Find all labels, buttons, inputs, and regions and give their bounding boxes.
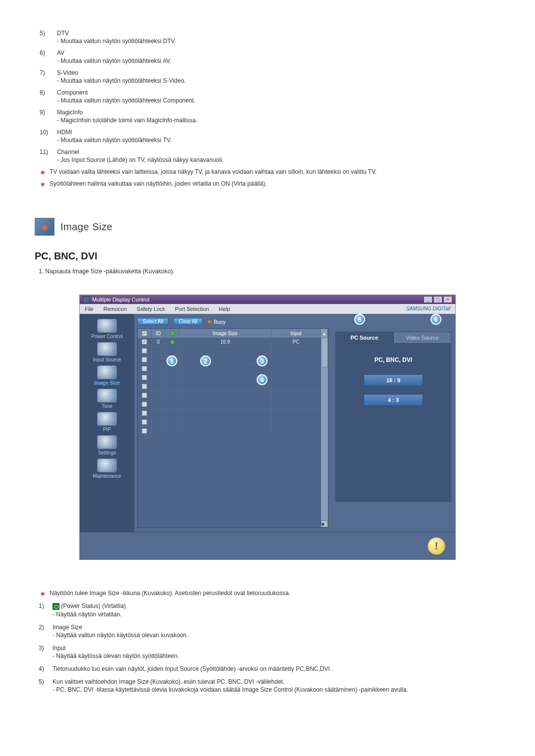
list-item: 3) Input - Näyttää käytössä olevan näytö… [39,645,500,660]
list-title: Kun valitset vaihtoehdon Image Size (Kuv… [53,678,500,685]
scrollbar[interactable]: ▾ [321,338,328,527]
close-button[interactable]: × [443,296,452,303]
list-desc: - Muuttaa valitun näytön syöttölähteeksi… [57,38,500,45]
sidebar-item-maintenance[interactable]: Maintenance [82,458,132,479]
pip-icon [97,412,117,426]
list-title: Tietoruudukko tuo esiin vain näytöt, joi… [53,665,500,672]
status-dot-icon [170,340,175,345]
list-desc: - Muuttaa valitun näytön syöttölähteeksi… [57,57,500,64]
row-checkbox[interactable] [142,348,147,353]
row-checkbox[interactable] [142,357,147,362]
list-title-text: (Power Status) (Virtatila) [61,603,125,609]
list-item: 1) (Power Status) (Virtatila) - Näyttää … [39,603,500,619]
info-icon[interactable]: ! [428,537,445,555]
row-checkbox[interactable] [142,366,147,371]
note-star: ★ TV voidaan valita lähteeksi vain laitt… [40,168,500,176]
menu-file[interactable]: File [80,305,99,313]
panel-label: PC, BNC, DVI [374,353,412,366]
image-size-panel: PC, BNC, DVI 16 : 9 4 : 3 [335,344,451,502]
sidebar-item-pip[interactable]: PIP [82,412,132,432]
col-input[interactable]: Input [271,329,321,338]
note-text: Syöttölähteen hallinta vaikuttaa vain nä… [50,180,500,188]
scrollbar-thumb[interactable] [321,338,328,367]
list-title: DTV [57,30,500,37]
note-text: Näyttöön tulee Image Size -ikkuna (Kuvak… [50,590,500,598]
sidebar-item-input-source[interactable]: Input Source [82,342,132,362]
list-desc: - Jos Input Source (Lähde) on TV, näytös… [57,156,500,163]
settings-icon [97,435,117,449]
row-checkbox[interactable] [142,384,147,389]
sidebar-label: PIP [82,427,132,432]
table-row [138,400,328,409]
scroll-up-button[interactable]: ▴ [321,329,328,338]
list-title: AV [57,50,500,56]
input-source-icon [97,342,117,356]
col-id[interactable]: ID [152,329,165,338]
sidebar-item-settings[interactable]: Settings [82,435,132,455]
col-checkbox[interactable] [138,329,152,338]
source-options-list: 5) DTV - Muuttaa valitun näytön syöttölä… [40,30,500,163]
table-row [138,347,328,355]
row-checkbox[interactable] [142,375,147,380]
table-row[interactable]: 0 16:9 PC [138,338,328,347]
callout-marker-6: 6 [430,314,441,325]
scroll-down-button[interactable]: ▾ [321,520,328,527]
list-item: 2) Image Size - Näyttää valitun näytön k… [39,624,500,640]
busy-indicator: Busy [208,319,225,325]
sidebar-item-power-control[interactable]: Power Control [82,319,132,339]
minimize-button[interactable]: _ [424,296,432,303]
sidebar-label: Power Control [82,334,132,339]
col-image-size[interactable]: Image Size [179,329,271,338]
menu-safety-lock[interactable]: Safety Lock [132,305,170,313]
app-window: Multiple Display Control _ □ × File Remo… [79,295,456,560]
power-status-icon [53,603,59,610]
status-dot-icon [170,331,175,336]
list-num: 7) [40,69,57,84]
row-checkbox[interactable] [142,402,147,407]
list-desc: - Näyttää käytössä olevan näytön syöttöl… [53,653,500,659]
busy-dot-icon [208,320,212,324]
list-title: Component [57,89,500,96]
maximize-button[interactable]: □ [433,296,442,303]
list-item: 6) AV - Muuttaa valitun näytön syöttöläh… [40,50,500,64]
sidebar-label: Maintenance [82,473,132,479]
ratio-16-9-button[interactable]: 16 : 9 [364,374,423,386]
power-control-icon [97,319,117,333]
tab-video-source[interactable]: Video Source [393,332,451,344]
col-status[interactable] [165,329,179,338]
ratio-4-3-button[interactable]: 4 : 3 [364,394,423,406]
list-item: 10) HDMI - Muuttaa valitun näytön syöttö… [40,129,500,144]
select-all-button[interactable]: Select All [137,318,168,325]
note-star: ★ Näyttöön tulee Image Size -ikkuna (Kuv… [40,590,500,598]
row-checkbox[interactable] [142,428,147,434]
sidebar: Power Control Input Source Image Size Ti… [80,314,134,532]
tab-pc-source[interactable]: PC Source [335,332,393,344]
table-row [138,382,328,391]
list-num: 3) [39,645,53,660]
clear-all-button[interactable]: Clear All [173,318,203,325]
sidebar-item-time[interactable]: Time [82,389,132,409]
sidebar-item-image-size[interactable]: Image Size [82,365,132,386]
cell-id: 0 [152,338,165,347]
row-checkbox[interactable] [142,339,147,345]
list-num: 6) [40,50,57,64]
note-text: TV voidaan valita lähteeksi vain laittei… [50,168,500,176]
list-title: (Power Status) (Virtatila) [53,603,500,610]
sidebar-label: Time [82,403,132,409]
window-title: Multiple Display Control [92,297,150,302]
menu-help[interactable]: Help [214,305,235,313]
callout-marker-2: 2 [200,355,211,366]
menu-remocon[interactable]: Remocon [99,305,132,313]
table-row [138,391,328,400]
sidebar-label: Image Size [82,380,132,386]
row-checkbox[interactable] [142,419,147,425]
table-row [138,427,328,436]
menu-port-selection[interactable]: Port Selection [170,305,214,313]
callout-marker-5: 5 [354,314,365,325]
table-header: ID Image Size Input ▴ [138,329,328,338]
maintenance-icon [97,458,117,472]
row-checkbox[interactable] [142,393,147,398]
callout-marker-3: 3 [257,355,268,366]
window-titlebar: Multiple Display Control _ □ × [80,295,455,304]
row-checkbox[interactable] [142,410,147,416]
